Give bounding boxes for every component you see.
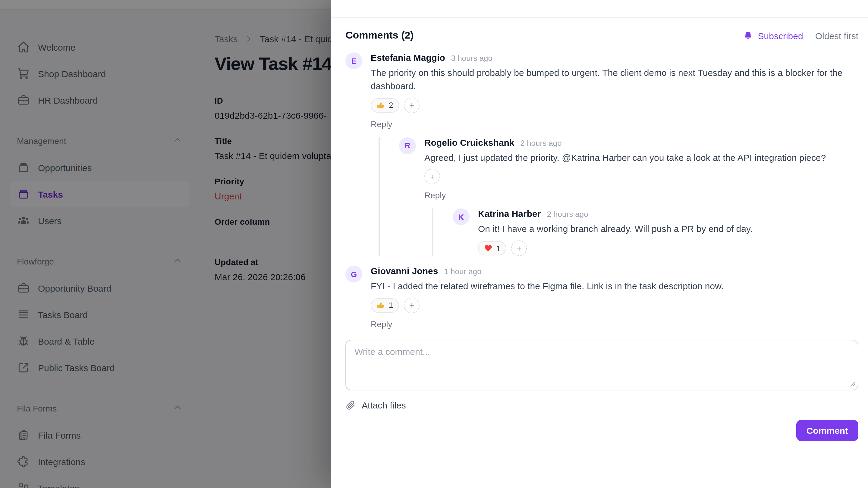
comment-submit-button[interactable]: Comment <box>796 420 858 441</box>
comment-timestamp: 3 hours ago <box>451 54 493 63</box>
comment-timestamp: 2 hours ago <box>520 138 561 147</box>
comments-list: EEstefania Maggio3 hours agoThe priority… <box>345 53 858 329</box>
comment-body: Rogelio Cruickshank2 hours agoAgreed, I … <box>424 137 858 256</box>
resize-handle-icon[interactable] <box>850 381 855 387</box>
replies-thread: KKatrina Harber2 hours agoOn it! I have … <box>432 209 858 256</box>
reactions-row: 1+ <box>478 240 858 256</box>
reactions-row: 2+ <box>371 97 858 113</box>
reply-button[interactable]: Reply <box>371 319 858 329</box>
thumbs-up-emoji <box>377 301 385 310</box>
bell-icon <box>744 31 753 40</box>
comment-text: Agreed, I just updated the priority. @Ka… <box>424 151 858 164</box>
reaction-count: 2 <box>389 101 393 110</box>
reactions-row: + <box>424 169 858 185</box>
replies-thread: RRogelio Cruickshank2 hours agoAgreed, I… <box>378 137 858 256</box>
reactions-row: 1+ <box>371 298 858 313</box>
sort-order-button[interactable]: Oldest first <box>815 30 858 41</box>
comment-thread: GGiovanni Jones1 hour agoFYI - I added t… <box>345 266 858 329</box>
paperclip-icon <box>345 400 355 410</box>
comment-text: The priority on this should probably be … <box>371 66 858 93</box>
comment-body: Giovanni Jones1 hour agoFYI - I added th… <box>371 266 858 329</box>
subscribed-label: Subscribed <box>758 30 803 41</box>
thumbs-up-emoji <box>377 101 385 109</box>
add-reaction-button[interactable]: + <box>404 298 420 313</box>
avatar: E <box>345 53 362 69</box>
reaction-thumbs-up-emoji[interactable]: 2 <box>371 98 399 112</box>
app-viewport: WelcomeShop DashboardHR DashboardManagem… <box>0 0 868 488</box>
attach-files-label: Attach files <box>362 400 406 410</box>
reaction-thumbs-up-emoji[interactable]: 1 <box>371 298 399 313</box>
add-reaction-button[interactable]: + <box>404 97 420 113</box>
add-reaction-button[interactable]: + <box>511 240 527 256</box>
comment-timestamp: 2 hours ago <box>547 210 588 219</box>
comment-body: Katrina Harber2 hours agoOn it! I have a… <box>478 209 858 256</box>
comment-text: FYI - I added the related wireframes to … <box>371 280 858 293</box>
reply-button[interactable]: Reply <box>371 119 858 129</box>
comment-author: Giovanni Jones <box>371 266 438 276</box>
comment-thread: RRogelio Cruickshank2 hours agoAgreed, I… <box>399 137 858 256</box>
comment-author: Estefania Maggio <box>371 53 445 63</box>
reaction-count: 1 <box>496 244 500 253</box>
avatar: R <box>399 137 416 154</box>
comment-thread: EEstefania Maggio3 hours agoThe priority… <box>345 53 858 256</box>
comments-title: Comments (2) <box>345 30 414 41</box>
reaction-count: 1 <box>389 301 393 310</box>
comment-header: Estefania Maggio3 hours ago <box>371 53 858 63</box>
comments-drawer: Comments (2) Subscribed Oldest first EEs… <box>331 0 868 488</box>
comment-author: Katrina Harber <box>478 209 541 219</box>
avatar: K <box>453 209 470 226</box>
attach-files-button[interactable]: Attach files <box>345 400 858 410</box>
comment-thread: KKatrina Harber2 hours agoOn it! I have … <box>453 209 858 256</box>
reply-button[interactable]: Reply <box>424 191 858 200</box>
comment-header: Giovanni Jones1 hour ago <box>371 266 858 276</box>
comment-timestamp: 1 hour ago <box>444 267 481 276</box>
comment-text: On it! I have a working branch already. … <box>478 223 858 236</box>
subscribed-toggle[interactable]: Subscribed <box>744 30 803 41</box>
add-reaction-button[interactable]: + <box>424 169 440 185</box>
comment-header: Katrina Harber2 hours ago <box>478 209 858 219</box>
reaction-heart-emoji[interactable]: 1 <box>478 241 506 255</box>
drawer-header: Comments (2) Subscribed Oldest first <box>345 30 858 41</box>
comment-input[interactable] <box>345 340 858 390</box>
heart-emoji <box>484 244 493 253</box>
avatar: G <box>345 266 362 283</box>
drawer-body: Comments (2) Subscribed Oldest first EEs… <box>331 18 868 488</box>
comment-composer: Attach files Comment <box>345 340 858 441</box>
drawer-top-strip <box>331 0 868 18</box>
comment-author: Rogelio Cruickshank <box>424 137 514 147</box>
comment-body: Estefania Maggio3 hours agoThe priority … <box>371 53 858 256</box>
comment-header: Rogelio Cruickshank2 hours ago <box>424 137 858 147</box>
